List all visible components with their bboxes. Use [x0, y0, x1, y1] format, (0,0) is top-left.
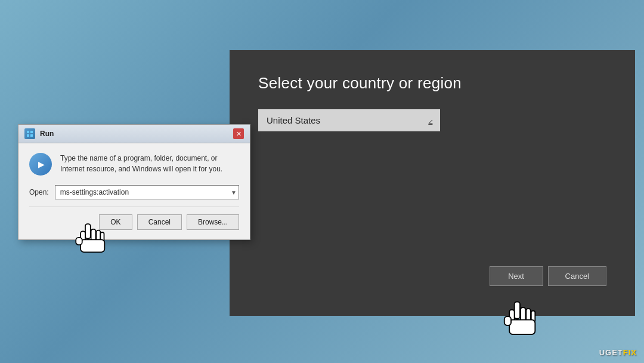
setup-buttons: Next Cancel — [258, 266, 606, 292]
run-info-row: Type the name of a program, folder, docu… — [29, 153, 239, 176]
run-app-icon — [24, 128, 35, 139]
svg-rect-3 — [30, 134, 33, 137]
run-dialog: Run ✕ Type the name of a program, folder… — [18, 124, 250, 240]
run-body: Type the name of a program, folder, docu… — [18, 143, 250, 239]
run-info-text: Type the name of a program, folder, docu… — [60, 153, 239, 174]
next-button[interactable]: Next — [490, 266, 543, 286]
run-titlebar: Run ✕ — [18, 125, 250, 143]
dropdown-arrow-icon: ▼ — [231, 189, 237, 196]
run-close-button[interactable]: ✕ — [233, 128, 244, 139]
watermark: UGETFIX — [599, 348, 637, 357]
svg-rect-1 — [30, 131, 33, 133]
run-titlebar-left: Run — [24, 128, 54, 139]
svg-rect-9 — [80, 239, 104, 252]
run-button-row: OK Cancel Browse... — [29, 214, 239, 230]
run-open-input[interactable] — [55, 185, 239, 199]
setup-panel: Select your country or region United Sta… — [230, 50, 635, 316]
run-info-icon — [29, 153, 52, 176]
run-input-wrapper: ▼ — [55, 185, 239, 199]
run-open-label: Open: — [29, 188, 49, 196]
run-open-row: Open: ▼ — [29, 185, 239, 199]
run-browse-button[interactable]: Browse... — [187, 214, 239, 230]
run-ok-button[interactable]: OK — [99, 214, 132, 230]
cancel-button[interactable]: Cancel — [548, 266, 606, 286]
setup-title: Select your country or region — [258, 74, 606, 93]
run-title-text: Run — [40, 130, 54, 138]
svg-rect-2 — [27, 134, 29, 137]
watermark-prefix: UGET — [599, 348, 623, 357]
run-logo-icon — [29, 153, 52, 176]
run-cancel-button[interactable]: Cancel — [137, 214, 182, 230]
svg-rect-17 — [504, 316, 511, 325]
country-select-wrapper: United States United Kingdom Canada Aust… — [258, 109, 440, 131]
run-divider — [29, 207, 239, 207]
watermark-highlight: FIX — [623, 348, 637, 357]
country-select[interactable]: United States United Kingdom Canada Aust… — [258, 109, 440, 131]
svg-rect-16 — [509, 320, 535, 334]
svg-rect-0 — [27, 131, 29, 133]
